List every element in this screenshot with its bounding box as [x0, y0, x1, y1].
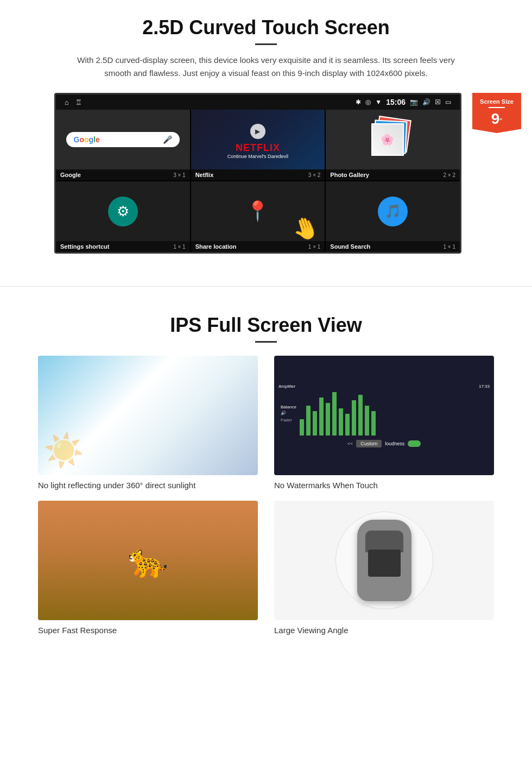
amp-bar [319, 398, 324, 436]
settings-content: ⚙ [56, 181, 190, 241]
google-app-size: 3 × 1 [173, 172, 186, 178]
car-windshield [365, 531, 403, 552]
car-image [274, 501, 494, 620]
feature-sunlight: ☀️ No light reflecting under 360° direct… [38, 356, 258, 490]
amp-bar [339, 408, 343, 436]
car-label: Large Viewing Angle [274, 626, 494, 635]
amplifier-label: No Watermarks When Touch [274, 481, 494, 490]
amp-bar [306, 406, 311, 436]
app-grid: Google 🎤 Google 3 × 1 [56, 110, 460, 252]
badge-size-number: 9" [476, 110, 518, 128]
app-cell-settings[interactable]: ⚙ Settings shortcut 1 × 1 [56, 181, 190, 252]
photos-app-size: 2 × 2 [443, 172, 455, 178]
cheetah-icon: 🐆 [128, 541, 168, 580]
app-cell-google[interactable]: Google 🎤 Google 3 × 1 [56, 110, 190, 180]
badge-divider [489, 107, 505, 108]
section-ips: IPS Full Screen View ☀️ No light reflect… [0, 308, 532, 651]
share-label-row: Share location 1 × 1 [191, 241, 325, 252]
photo-bg: 🌸 [326, 110, 460, 169]
location-icon: ◎ [365, 98, 371, 106]
photos-label-row: Photo Gallery 2 × 2 [326, 169, 460, 180]
device-screen: ⌂ ♖ ✱ ◎ ▼ 15:06 📷 🔊 ☒ ▭ [54, 93, 461, 254]
amp-bar [313, 411, 317, 436]
photo-stack: 🌸 [371, 118, 415, 161]
settings-app-size: 1 × 1 [173, 244, 186, 250]
page-divider [0, 286, 532, 287]
car-roof [368, 550, 401, 577]
netflix-logo: NETFLIX [227, 142, 288, 154]
amp-title: Amplifier [278, 384, 295, 389]
cheetah-label: Super Fast Response [38, 626, 258, 635]
section2-title: IPS Full Screen View [22, 314, 510, 337]
x-icon: ☒ [435, 98, 441, 106]
netflix-subtitle: Continue Marvel's Daredevil [227, 154, 288, 159]
settings-icon: ⚙ [108, 197, 138, 226]
sunlight-label: No light reflecting under 360° direct su… [38, 481, 258, 490]
app-cell-netflix[interactable]: ▶ NETFLIX Continue Marvel's Daredevil Ne… [191, 110, 325, 180]
bluetooth-icon: ✱ [356, 98, 361, 106]
google-search-bar[interactable]: Google 🎤 [66, 132, 180, 147]
amplifier-bg: Amplifier 17:33 Balance 🔊 Fader << [274, 356, 494, 475]
app-cell-photos[interactable]: 🌸 Photo Gallery 2 × 2 [326, 110, 460, 180]
google-logo: Google [74, 135, 100, 144]
cheetah-bg: 🐆 [38, 501, 258, 620]
share-bg: 📍 🤚 [191, 181, 325, 241]
title-divider [255, 43, 277, 45]
volume-icon: 🔊 [422, 98, 430, 106]
amp-header: Amplifier 17:33 [278, 384, 490, 389]
google-label-row: Google 3 × 1 [56, 169, 190, 180]
home-icon: ⌂ [65, 98, 69, 106]
section-curved: 2.5D Curved Touch Screen With 2.5D curve… [0, 0, 532, 264]
status-bar-right: ✱ ◎ ▼ 15:06 📷 🔊 ☒ ▭ [356, 98, 451, 106]
screen-size-badge: Screen Size 9" [472, 93, 521, 133]
google-content: Google 🎤 [56, 110, 190, 169]
camera-icon: 📷 [410, 98, 418, 106]
google-bg: Google 🎤 [56, 110, 190, 169]
share-app-size: 1 × 1 [308, 244, 321, 250]
sound-app-name: Sound Search [330, 243, 370, 250]
netflix-bg: ▶ NETFLIX Continue Marvel's Daredevil [191, 110, 325, 169]
app-cell-share[interactable]: 📍 🤚 Share location 1 × 1 [191, 181, 325, 252]
netflix-content: ▶ NETFLIX Continue Marvel's Daredevil [191, 110, 325, 169]
amp-bar [371, 411, 376, 436]
amp-bar [345, 414, 350, 436]
amp-bar [365, 406, 369, 436]
sound-label-row: Sound Search 1 × 1 [326, 241, 460, 252]
amp-bar [352, 400, 356, 436]
mic-icon: 🎤 [163, 135, 172, 144]
amp-bar [300, 419, 304, 436]
netflix-app-size: 3 × 2 [308, 172, 321, 178]
section1-title: 2.5D Curved Touch Screen [33, 16, 499, 39]
share-content: 📍 🤚 [191, 181, 325, 241]
section1-description: With 2.5D curved-display screen, this de… [76, 54, 456, 80]
wifi-icon: ▼ [375, 98, 382, 106]
sound-icon: 🎵 [378, 197, 408, 226]
sunlight-image: ☀️ [38, 356, 258, 475]
photo-card-3: 🌸 [371, 123, 404, 156]
netflix-label-row: Netflix 3 × 2 [191, 169, 325, 180]
ips-title-divider [255, 341, 277, 343]
car-top-view [357, 520, 411, 601]
amp-bars [300, 392, 376, 436]
cheetah-image: 🐆 [38, 501, 258, 620]
sound-bg: 🎵 [326, 181, 460, 241]
app-cell-sound[interactable]: 🎵 Sound Search 1 × 1 [326, 181, 460, 252]
status-bar-left: ⌂ ♖ [65, 98, 82, 106]
sunlight-bg: ☀️ [38, 356, 258, 475]
google-app-name: Google [60, 172, 81, 178]
feature-grid: ☀️ No light reflecting under 360° direct… [22, 356, 510, 635]
sound-app-size: 1 × 1 [443, 244, 455, 250]
car-bg [274, 501, 494, 620]
netflix-info: ▶ NETFLIX Continue Marvel's Daredevil [227, 121, 288, 159]
status-time: 15:06 [386, 98, 406, 106]
window-icon: ▭ [445, 98, 451, 106]
amp-bar [332, 392, 337, 436]
amp-time: 17:33 [479, 384, 490, 389]
photos-app-name: Photo Gallery [330, 172, 369, 178]
feature-amplifier: Amplifier 17:33 Balance 🔊 Fader << [274, 356, 494, 490]
hand-pointer-icon: 🤚 [289, 212, 323, 241]
play-button[interactable]: ▶ [250, 124, 265, 139]
amp-bar [358, 395, 363, 436]
sound-content: 🎵 [326, 181, 460, 241]
netflix-app-name: Netflix [195, 172, 214, 178]
